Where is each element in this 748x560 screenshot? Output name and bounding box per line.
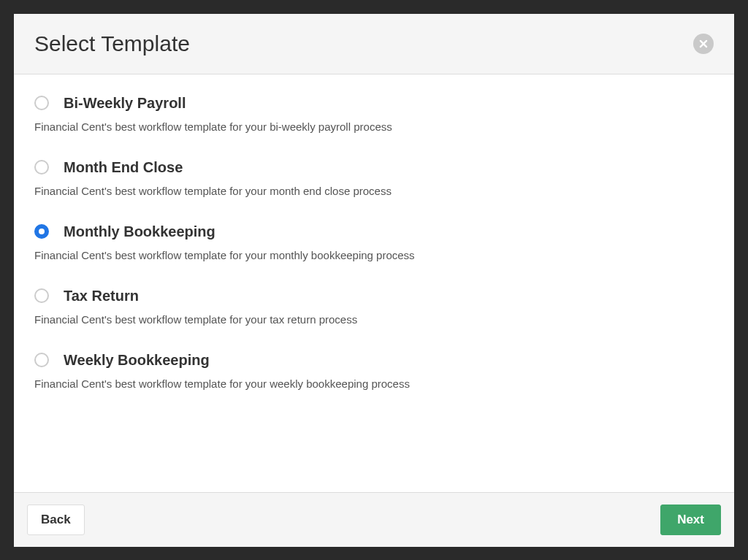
modal-title: Select Template [34,31,190,56]
template-option-tax-return[interactable]: Tax Return Financial Cent's best workflo… [34,288,714,326]
modal-footer: Back Next [14,492,734,547]
template-option-header: Weekly Bookkeeping [34,352,714,369]
template-option-monthly-bookkeeping[interactable]: Monthly Bookkeeping Financial Cent's bes… [34,223,714,261]
template-label: Tax Return [64,288,139,304]
select-template-modal: Select Template Bi-Weekly Payroll Financ… [14,14,734,547]
template-option-weekly-bookkeeping[interactable]: Weekly Bookkeeping Financial Cent's best… [34,352,714,390]
template-description: Financial Cent's best workflow template … [34,249,714,261]
template-description: Financial Cent's best workflow template … [34,185,714,197]
radio-month-end-close[interactable] [34,160,49,174]
template-label: Month End Close [64,159,183,176]
radio-bi-weekly-payroll[interactable] [34,96,49,110]
template-option-header: Month End Close [34,159,714,176]
template-description: Financial Cent's best workflow template … [34,120,714,133]
template-option-bi-weekly-payroll[interactable]: Bi-Weekly Payroll Financial Cent's best … [34,95,714,133]
close-button[interactable] [693,34,714,54]
close-icon [698,39,709,49]
template-option-header: Tax Return [34,288,714,304]
template-description: Financial Cent's best workflow template … [34,377,714,390]
modal-body: Bi-Weekly Payroll Financial Cent's best … [14,74,734,492]
back-button[interactable]: Back [27,505,85,535]
template-label: Bi-Weekly Payroll [64,95,186,112]
template-label: Monthly Bookkeeping [64,223,215,240]
template-description: Financial Cent's best workflow template … [34,313,714,326]
template-option-header: Monthly Bookkeeping [34,223,714,240]
template-option-month-end-close[interactable]: Month End Close Financial Cent's best wo… [34,159,714,197]
radio-monthly-bookkeeping[interactable] [34,224,49,239]
next-button[interactable]: Next [660,505,721,535]
template-label: Weekly Bookkeeping [64,352,210,369]
radio-tax-return[interactable] [34,288,49,303]
modal-header: Select Template [14,14,734,74]
radio-weekly-bookkeeping[interactable] [34,353,49,367]
template-option-header: Bi-Weekly Payroll [34,95,714,112]
